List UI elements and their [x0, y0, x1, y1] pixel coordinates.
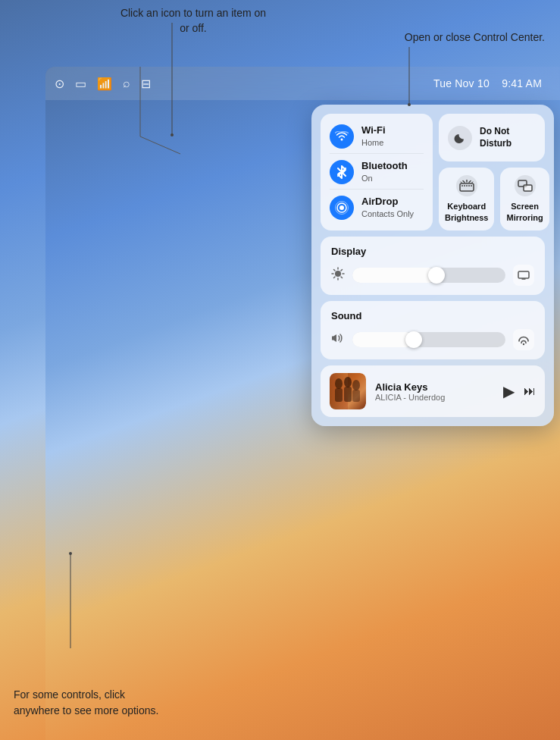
- album-art: [330, 373, 366, 409]
- sound-slider-row: [331, 329, 534, 350]
- menubar-time: 9:41 AM: [502, 77, 542, 89]
- display-slider-thumb[interactable]: [428, 267, 445, 284]
- keyboard-brightness-toggle[interactable]: Keyboard Brightness: [439, 168, 494, 230]
- svg-rect-33: [352, 390, 360, 402]
- do-not-disturb-toggle[interactable]: Do Not Disturb: [439, 114, 545, 161]
- airdrop-toggle-icon: [330, 196, 354, 220]
- wifi-toggle-icon: [330, 124, 354, 149]
- bluetooth-toggle-icon: [330, 160, 354, 184]
- wifi-svg: [335, 131, 349, 142]
- airdrop-item[interactable]: AirDrop Contacts Only: [330, 191, 424, 224]
- bluetooth-svg: [336, 165, 347, 179]
- svg-point-0: [339, 205, 344, 210]
- play-button[interactable]: ▶: [503, 382, 515, 400]
- brightness-icon: [331, 267, 345, 284]
- sound-section: Sound: [321, 301, 545, 359]
- playback-controls: ▶ ⏭: [503, 382, 536, 400]
- keyboard-brightness-label: Keyboard Brightness: [445, 201, 488, 223]
- svg-rect-3: [460, 183, 474, 191]
- now-playing-section: Alicia Keys ALICIA - Underdog ▶ ⏭: [321, 365, 545, 417]
- sound-title: Sound: [331, 310, 534, 321]
- brightness-svg: [331, 267, 345, 281]
- wifi-sublabel: Home: [361, 137, 386, 148]
- svg-line-13: [471, 182, 473, 183]
- screen-mirroring-svg: [518, 180, 533, 192]
- monitor-icon: [518, 271, 530, 280]
- wifi-label: Wi-Fi: [361, 124, 386, 137]
- svg-line-37: [140, 136, 180, 154]
- svg-line-12: [461, 182, 462, 183]
- control-center-panel: Wi-Fi Home Bluetooth On: [311, 105, 554, 426]
- svg-line-24: [334, 277, 336, 278]
- airdrop-sublabel: Contacts Only: [361, 209, 414, 219]
- dnd-label: Do Not Disturb: [480, 126, 536, 149]
- display-slider[interactable]: [352, 268, 505, 283]
- control-center-icon[interactable]: ⊟: [141, 77, 151, 91]
- screen-mirroring-toggle[interactable]: Screen Mirroring: [500, 168, 549, 230]
- screen-mirroring-label: Screen Mirroring: [506, 201, 543, 223]
- svg-rect-25: [518, 271, 529, 278]
- svg-rect-31: [335, 388, 343, 402]
- svg-line-22: [341, 277, 343, 278]
- bluetooth-sublabel: On: [361, 173, 408, 183]
- airdrop-svg: [335, 201, 349, 215]
- menubar-date: Tue Nov 10: [433, 77, 490, 89]
- svg-line-10: [463, 181, 465, 183]
- svg-line-21: [334, 270, 336, 271]
- svg-point-16: [335, 271, 341, 277]
- svg-line-11: [469, 181, 471, 183]
- search-icon[interactable]: ⌕: [123, 77, 130, 90]
- display-slider-fill: [352, 268, 436, 283]
- menubar-left-icons: ⊙ ▭ 📶 ⌕ ⊟: [55, 77, 424, 91]
- bluetooth-label: Bluetooth: [361, 160, 408, 173]
- airdrop-label: AirDrop: [361, 196, 414, 209]
- bluetooth-item[interactable]: Bluetooth On: [330, 155, 424, 190]
- now-playing-info: Alicia Keys ALICIA - Underdog: [375, 381, 494, 402]
- wifi-text: Wi-Fi Home: [361, 124, 386, 148]
- display-title: Display: [331, 246, 534, 257]
- annotation-open-close: Open or close Control Center.: [378, 30, 545, 45]
- moon-svg: [453, 131, 467, 145]
- annotation-more-options: For some controls, click anywhere to see…: [14, 687, 165, 719]
- display-section: Display: [321, 237, 545, 295]
- svg-point-34: [344, 377, 352, 387]
- track-name: Alicia Keys: [375, 381, 494, 393]
- keyboard-brightness-svg: [459, 180, 474, 192]
- sound-slider-fill: [352, 332, 414, 347]
- cc-bottom-toggles: Keyboard Brightness Screen Mirroring: [439, 168, 545, 230]
- sound-slider-thumb[interactable]: [405, 331, 422, 348]
- svg-rect-35: [344, 387, 352, 402]
- wifi-icon[interactable]: 📶: [97, 77, 112, 91]
- svg-point-30: [335, 378, 343, 389]
- sound-slider[interactable]: [352, 332, 505, 347]
- volume-svg: [331, 331, 345, 345]
- display-slider-row: [331, 265, 534, 286]
- dnd-icon: [448, 126, 472, 150]
- cc-quick-toggles: Do Not Disturb: [439, 114, 545, 230]
- cc-top-row: Wi-Fi Home Bluetooth On: [321, 114, 545, 230]
- menubar-datetime: Tue Nov 10 9:41 AM: [433, 77, 542, 89]
- airdrop-text: AirDrop Contacts Only: [361, 196, 414, 219]
- volume-icon: [331, 331, 345, 348]
- svg-line-23: [341, 270, 343, 271]
- cc-connectivity-panel: Wi-Fi Home Bluetooth On: [321, 114, 433, 230]
- wifi-item[interactable]: Wi-Fi Home: [330, 120, 424, 154]
- battery-icon[interactable]: ▭: [75, 77, 86, 91]
- keyboard-brightness-icon: [456, 175, 477, 196]
- annotation-click-icon: Click an icon to turn an item on or off.: [117, 6, 269, 36]
- svg-point-32: [352, 380, 360, 390]
- airplay-svg: [518, 334, 530, 346]
- display-settings-icon[interactable]: [513, 265, 534, 286]
- track-artist: ALICIA - Underdog: [375, 393, 494, 402]
- menubar: ⊙ ▭ 📶 ⌕ ⊟ Tue Nov 10 9:41 AM: [45, 67, 560, 100]
- airplay-icon[interactable]: [513, 329, 534, 350]
- svg-rect-15: [524, 185, 532, 191]
- screen-mirroring-icon: [515, 175, 536, 196]
- itunes-icon[interactable]: ⊙: [55, 77, 64, 91]
- svg-point-27: [523, 343, 524, 345]
- screen: ⊙ ▭ 📶 ⌕ ⊟ Tue Nov 10 9:41 AM: [45, 67, 560, 740]
- bluetooth-text: Bluetooth On: [361, 160, 408, 183]
- skip-forward-button[interactable]: ⏭: [524, 384, 536, 398]
